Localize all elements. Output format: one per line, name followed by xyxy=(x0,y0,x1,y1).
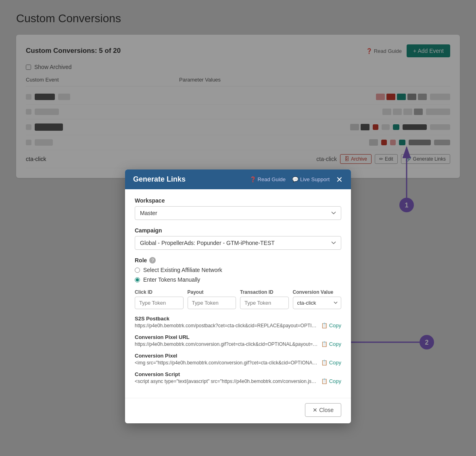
workspace-select[interactable]: Master xyxy=(135,206,341,220)
role-group: Role ? Select Existing Affiliate Network… xyxy=(135,257,341,283)
conversion-value-select[interactable]: cta-click xyxy=(293,297,342,309)
payout-col: Payout xyxy=(188,289,236,309)
click-id-col: Click ID xyxy=(135,289,184,309)
script-label: Conversion Script xyxy=(135,371,341,377)
copy-icon: 📋 xyxy=(321,341,328,347)
close-button[interactable]: ✕ Close xyxy=(305,403,341,417)
pixel-url-section: Conversion Pixel URL https://p4e0h.bemob… xyxy=(135,334,341,347)
s2s-label: S2S Postback xyxy=(135,316,341,322)
transaction-id-col: Transaction ID xyxy=(240,289,289,309)
pixel-url-text: https://p4e0h.bemobtrk.com/conversion.gi… xyxy=(135,341,318,347)
copy-icon: 📋 xyxy=(321,378,328,384)
radio-tokens-label: Enter Tokens Manually xyxy=(143,276,200,283)
generate-links-modal: Generate Links ❓ Read Guide 💬 Live Suppo… xyxy=(125,169,351,423)
modal-body: Workspace Master Campaign Global - Prope… xyxy=(125,189,351,398)
pixel-section: Conversion Pixel <img src="https://p4e0h… xyxy=(135,353,341,366)
pixel-url-copy-button[interactable]: 📋 Copy xyxy=(321,341,341,347)
modal-title: Generate Links xyxy=(133,175,186,184)
click-id-input[interactable] xyxy=(135,297,184,309)
campaign-label: Campaign xyxy=(135,227,341,234)
workspace-group: Workspace Master xyxy=(135,197,341,220)
copy-icon: 📋 xyxy=(321,322,328,328)
transaction-id-label: Transaction ID xyxy=(240,289,289,295)
script-copy-button[interactable]: 📋 Copy xyxy=(321,378,341,384)
role-help-icon[interactable]: ? xyxy=(149,257,156,264)
payout-input[interactable] xyxy=(188,297,236,309)
s2s-url-row: https://p4e0h.bemobtrk.com/postback?cet=… xyxy=(135,322,341,328)
radio-existing-affiliate[interactable]: Select Existing Affiliate Network xyxy=(135,267,341,273)
transaction-id-input[interactable] xyxy=(240,297,289,309)
s2s-url-text: https://p4e0h.bemobtrk.com/postback?cet=… xyxy=(135,323,318,328)
script-code-text: <script async type="text/javascript" src… xyxy=(135,379,318,384)
radio-existing-label: Select Existing Affiliate Network xyxy=(143,267,222,273)
script-row: <script async type="text/javascript" src… xyxy=(135,378,341,384)
conversion-value-label: Conversion Value xyxy=(293,289,342,295)
pixel-url-row: https://p4e0h.bemobtrk.com/conversion.gi… xyxy=(135,341,341,347)
modal-overlay: Generate Links ❓ Read Guide 💬 Live Suppo… xyxy=(0,0,476,456)
click-id-label: Click ID xyxy=(135,289,184,295)
modal-header: Generate Links ❓ Read Guide 💬 Live Suppo… xyxy=(125,169,351,189)
pixel-code-text: <img src="https://p4e0h.bemobtrk.com/con… xyxy=(135,360,318,366)
modal-close-button[interactable]: ✕ xyxy=(336,176,343,184)
pixel-copy-button[interactable]: 📋 Copy xyxy=(321,360,341,366)
payout-label: Payout xyxy=(188,289,236,295)
radio-tokens-input[interactable] xyxy=(135,277,140,282)
campaign-group: Campaign Global - PropellerAds: Popunder… xyxy=(135,227,341,250)
role-label: Role xyxy=(135,257,147,264)
s2s-copy-button[interactable]: 📋 Copy xyxy=(321,322,341,328)
workspace-label: Workspace xyxy=(135,197,341,204)
modal-read-guide-link[interactable]: ❓ Read Guide xyxy=(250,176,286,182)
radio-enter-tokens[interactable]: Enter Tokens Manually xyxy=(135,276,341,283)
conversion-value-col: Conversion Value cta-click xyxy=(293,289,342,309)
pixel-row: <img src="https://p4e0h.bemobtrk.com/con… xyxy=(135,360,341,366)
modal-header-actions: ❓ Read Guide 💬 Live Support ✕ xyxy=(250,176,343,184)
chat-icon: 💬 xyxy=(292,176,299,182)
pixel-label: Conversion Pixel xyxy=(135,353,341,359)
s2s-postback-section: S2S Postback https://p4e0h.bemobtrk.com/… xyxy=(135,316,341,328)
pixel-url-label: Conversion Pixel URL xyxy=(135,334,341,340)
modal-footer: ✕ Close xyxy=(125,398,351,423)
token-grid: Click ID Payout Transaction ID Conversio… xyxy=(135,289,341,309)
modal-live-support-link[interactable]: 💬 Live Support xyxy=(292,176,330,182)
campaign-select[interactable]: Global - PropellerAds: Popunder - GTM-iP… xyxy=(135,236,341,250)
script-section: Conversion Script <script async type="te… xyxy=(135,371,341,384)
role-label-row: Role ? xyxy=(135,257,341,264)
radio-existing-input[interactable] xyxy=(135,268,140,273)
copy-icon: 📋 xyxy=(321,360,328,366)
help-icon: ❓ xyxy=(250,176,256,182)
